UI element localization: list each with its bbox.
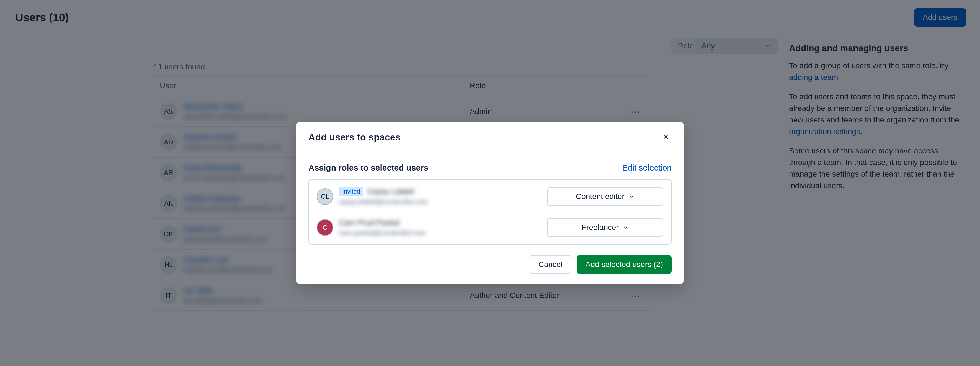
selected-users-box: CLInvitedCasey Liddellcasey.liddell@cont… xyxy=(309,179,671,245)
role-dropdown-value: Freelancer xyxy=(582,223,619,232)
avatar: C xyxy=(317,219,333,236)
chevron-down-icon xyxy=(628,193,635,200)
selected-user-row: CCam Prud-Paskalcam.paskal@contentful.co… xyxy=(309,212,671,243)
add-selected-users-button[interactable]: Add selected users (2) xyxy=(577,255,671,274)
chevron-down-icon xyxy=(623,225,629,231)
modal-title: Add users to spaces xyxy=(309,132,401,143)
role-dropdown[interactable]: Freelancer xyxy=(547,218,663,237)
edit-selection-link[interactable]: Edit selection xyxy=(622,163,671,173)
selected-user-email: cam.paskal@contentful.com xyxy=(339,229,426,237)
selected-user-name: Cam Prud-Paskal xyxy=(339,219,399,227)
assign-roles-label: Assign roles to selected users xyxy=(309,163,428,173)
close-button[interactable] xyxy=(660,131,671,143)
modal-overlay[interactable]: Add users to spaces Assign roles to sele… xyxy=(0,0,980,366)
close-icon xyxy=(662,133,670,141)
invited-badge: Invited xyxy=(339,187,363,196)
selected-user-email: casey.liddell@contentful.com xyxy=(339,198,428,206)
avatar: CL xyxy=(317,188,333,205)
add-users-modal: Add users to spaces Assign roles to sele… xyxy=(296,122,684,284)
selected-user-row: CLInvitedCasey Liddellcasey.liddell@cont… xyxy=(309,181,671,212)
role-dropdown[interactable]: Content editor xyxy=(547,187,663,206)
selected-user-name: Casey Liddell xyxy=(368,187,414,196)
role-dropdown-value: Content editor xyxy=(576,192,625,201)
cancel-button[interactable]: Cancel xyxy=(530,255,571,274)
